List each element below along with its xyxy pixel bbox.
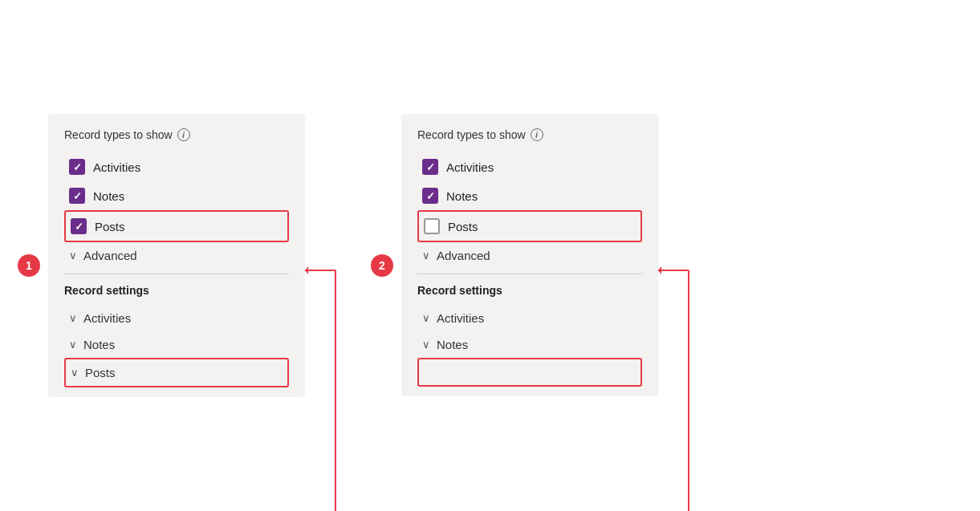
- page-container: 1 Record types to show i ✓ Activities ✓ …: [0, 90, 980, 421]
- divider-1: [64, 274, 289, 274]
- checkbox-notes-1[interactable]: ✓: [69, 188, 85, 204]
- svg-marker-3: [305, 266, 308, 274]
- checkbox-activities-1[interactable]: ✓: [69, 159, 85, 175]
- checkbox-posts-2[interactable]: [424, 218, 440, 234]
- collapsible-notes-1[interactable]: ∨ Notes: [64, 331, 289, 358]
- collapsible-label-activities-2: Activities: [437, 311, 484, 325]
- divider-2: [417, 274, 642, 274]
- checkmark-notes-1: ✓: [73, 191, 82, 201]
- checkmark-activities-2: ✓: [426, 162, 435, 172]
- section-title-2: Record types to show i: [417, 128, 642, 141]
- checkbox-label-activities-2: Activities: [446, 160, 494, 174]
- checkmark-notes-2: ✓: [426, 191, 435, 201]
- chevron-notes-1: ∨: [69, 339, 77, 351]
- panel1: Record types to show i ✓ Activities ✓ No…: [48, 114, 305, 397]
- info-icon-2[interactable]: i: [531, 128, 543, 141]
- checkmark-posts-1: ✓: [75, 221, 83, 232]
- collapsible-posts-empty-2: [417, 358, 642, 387]
- chevron-posts-1: ∨: [71, 367, 79, 379]
- panel1-wrapper: 1 Record types to show i ✓ Activities ✓ …: [48, 114, 305, 397]
- checkmark-activities-1: ✓: [73, 162, 82, 172]
- collapsible-activities-2[interactable]: ∨ Activities: [417, 305, 642, 331]
- panel2: Record types to show i ✓ Activities ✓ No…: [401, 114, 658, 396]
- connector-2: [658, 114, 690, 451]
- checkbox-row-activities-2[interactable]: ✓ Activities: [417, 152, 642, 181]
- checkbox-row-posts-2[interactable]: Posts: [417, 210, 642, 242]
- checkbox-row-notes-1[interactable]: ✓ Notes: [64, 181, 289, 210]
- advanced-label-1: Advanced: [83, 249, 137, 262]
- chevron-advanced-2: ∨: [422, 249, 430, 262]
- advanced-label-2: Advanced: [437, 249, 490, 262]
- record-settings-title-2: Record settings: [417, 284, 642, 297]
- checkbox-label-notes-1: Notes: [93, 189, 124, 203]
- chevron-advanced-1: ∨: [69, 249, 77, 262]
- panel2-wrapper: 2 Record types to show i ✓ Activities ✓ …: [401, 114, 658, 396]
- advanced-row-1[interactable]: ∨ Advanced: [64, 242, 289, 269]
- record-settings-title-1: Record settings: [64, 284, 289, 297]
- collapsible-activities-1[interactable]: ∨ Activities: [64, 305, 289, 331]
- chevron-activities-1: ∨: [69, 312, 77, 324]
- collapsible-label-notes-2: Notes: [437, 338, 468, 351]
- svg-marker-8: [658, 266, 661, 274]
- advanced-row-2[interactable]: ∨ Advanced: [417, 242, 642, 269]
- collapsible-notes-2[interactable]: ∨ Notes: [417, 331, 642, 358]
- checkbox-posts-1[interactable]: ✓: [71, 218, 87, 234]
- badge-1: 1: [18, 254, 40, 277]
- checkbox-notes-2[interactable]: ✓: [422, 188, 438, 204]
- checkbox-label-posts-1: Posts: [95, 220, 125, 233]
- checkbox-row-activities-1[interactable]: ✓ Activities: [64, 152, 289, 181]
- checkbox-label-activities-1: Activities: [93, 160, 140, 174]
- checkbox-row-posts-1[interactable]: ✓ Posts: [64, 210, 289, 242]
- collapsible-posts-1[interactable]: ∨ Posts: [64, 358, 289, 387]
- checkbox-label-posts-2: Posts: [448, 220, 478, 233]
- record-types-title-2: Record types to show: [417, 128, 526, 141]
- collapsible-label-activities-1: Activities: [83, 311, 131, 325]
- chevron-activities-2: ∨: [422, 312, 430, 324]
- checkbox-row-notes-2[interactable]: ✓ Notes: [417, 181, 642, 210]
- info-icon-1[interactable]: i: [177, 128, 190, 141]
- collapsible-label-notes-1: Notes: [83, 338, 115, 351]
- badge-2: 2: [371, 254, 393, 277]
- checkbox-label-notes-2: Notes: [446, 189, 478, 203]
- chevron-notes-2: ∨: [422, 339, 430, 351]
- record-types-title-1: Record types to show: [64, 128, 173, 141]
- section-title-1: Record types to show i: [64, 128, 289, 141]
- collapsible-label-posts-1: Posts: [85, 366, 116, 379]
- connector-1: [305, 114, 337, 451]
- checkbox-activities-2[interactable]: ✓: [422, 159, 438, 175]
